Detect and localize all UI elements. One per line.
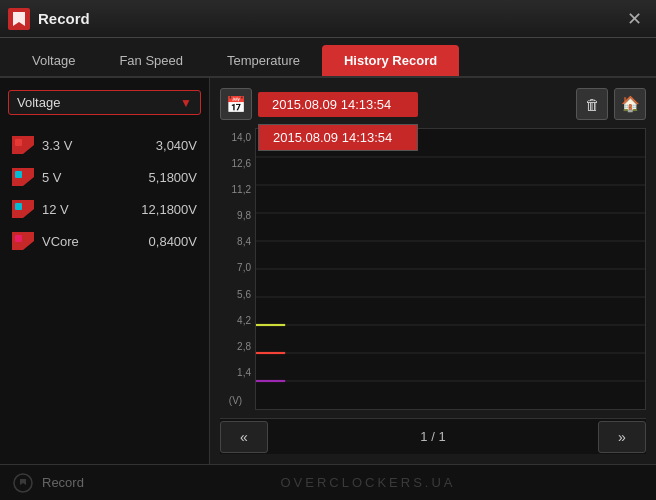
window-title: Record <box>38 10 620 27</box>
close-button[interactable]: ✕ <box>620 5 648 33</box>
delete-button[interactable]: 🗑 <box>576 88 608 120</box>
y-label-1: 12,6 <box>220 158 251 169</box>
delete-icon: 🗑 <box>585 96 600 113</box>
status-record-label: Record <box>42 475 84 490</box>
date-display[interactable]: 2015.08.09 14:13:54 <box>258 92 418 117</box>
y-label-6: 5,6 <box>220 289 251 300</box>
tab-history[interactable]: History Record <box>322 45 459 76</box>
sensor-select[interactable]: Voltage <box>17 95 192 110</box>
y-label-0: 14,0 <box>220 132 251 143</box>
sensor-row-33v: 3.3 V 3,040V <box>8 129 201 161</box>
chart-toolbar: 📅 2015.08.09 14:13:54 2015.08.09 14:13:5… <box>220 88 646 120</box>
y-label-9: 1,4 <box>220 367 251 378</box>
sensor-row-vcore: VCore 0,8400V <box>8 225 201 257</box>
sensor-dropdown[interactable]: Voltage ▼ <box>8 90 201 115</box>
app-logo-icon <box>8 8 30 30</box>
status-bar: Record OVERCLOCKERS.UA <box>0 464 656 500</box>
sensor-name-vcore: VCore <box>42 234 129 249</box>
watermark-text: OVERCLOCKERS.UA <box>92 475 644 490</box>
sensor-row-12v: 12 V 12,1800V <box>8 193 201 225</box>
y-axis-labels: 14,0 12,6 11,2 9,8 8,4 7,0 5,6 4,2 2,8 1… <box>220 128 255 410</box>
home-icon: 🏠 <box>621 95 640 113</box>
status-logo-icon <box>12 472 34 494</box>
sensor-value-12v: 12,1800V <box>137 202 197 217</box>
home-button[interactable]: 🏠 <box>614 88 646 120</box>
y-unit: (V) <box>220 393 251 406</box>
pagination: « 1 / 1 » <box>220 418 646 454</box>
calendar-icon: 📅 <box>226 95 246 114</box>
right-panel: 📅 2015.08.09 14:13:54 2015.08.09 14:13:5… <box>210 78 656 464</box>
chart-area <box>255 128 646 410</box>
sensor-value-vcore: 0,8400V <box>137 234 197 249</box>
y-label-8: 2,8 <box>220 341 251 352</box>
next-page-button[interactable]: » <box>598 421 646 453</box>
y-label-2: 11,2 <box>220 184 251 195</box>
sensor-name-33v: 3.3 V <box>42 138 129 153</box>
date-selector[interactable]: 2015.08.09 14:13:54 2015.08.09 14:13:54 <box>258 92 418 117</box>
sensor-value-5v: 5,1800V <box>137 170 197 185</box>
date-dropdown-item[interactable]: 2015.08.09 14:13:54 <box>259 125 417 150</box>
title-bar: Record ✕ <box>0 0 656 38</box>
main-content: Voltage ▼ 3.3 V 3,040V 5 V 5,1800V <box>0 78 656 464</box>
tab-voltage[interactable]: Voltage <box>10 45 97 76</box>
sensor-icon-33v <box>12 136 34 154</box>
date-dropdown: 2015.08.09 14:13:54 <box>258 124 418 151</box>
prev-page-button[interactable]: « <box>220 421 268 453</box>
tab-fanspeed[interactable]: Fan Speed <box>97 45 205 76</box>
sensor-value-33v: 3,040V <box>137 138 197 153</box>
tab-bar: Voltage Fan Speed Temperature History Re… <box>0 38 656 78</box>
y-label-3: 9,8 <box>220 210 251 221</box>
y-label-5: 7,0 <box>220 262 251 273</box>
sensor-icon-vcore <box>12 232 34 250</box>
sensor-icon-5v <box>12 168 34 186</box>
chart-svg <box>256 129 645 409</box>
sensor-name-5v: 5 V <box>42 170 129 185</box>
sensor-row-5v: 5 V 5,1800V <box>8 161 201 193</box>
page-info: 1 / 1 <box>268 429 598 444</box>
left-panel: Voltage ▼ 3.3 V 3,040V 5 V 5,1800V <box>0 78 210 464</box>
y-label-7: 4,2 <box>220 315 251 326</box>
dropdown-arrow-icon: ▼ <box>180 96 192 110</box>
sensor-name-12v: 12 V <box>42 202 129 217</box>
y-label-4: 8,4 <box>220 236 251 247</box>
calendar-button[interactable]: 📅 <box>220 88 252 120</box>
chart-wrapper: 14,0 12,6 11,2 9,8 8,4 7,0 5,6 4,2 2,8 1… <box>220 128 646 410</box>
tab-temperature[interactable]: Temperature <box>205 45 322 76</box>
sensor-icon-12v <box>12 200 34 218</box>
